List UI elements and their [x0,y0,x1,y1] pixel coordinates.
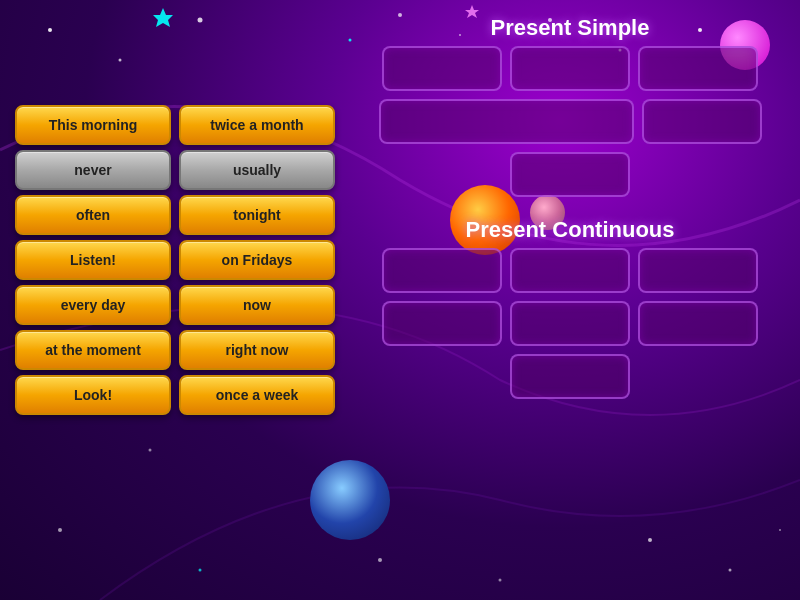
main-content: This morning twice a month never usually… [0,0,800,600]
present-continuous-section: Present Continuous [355,217,785,399]
btn-right-now[interactable]: right now [179,330,335,370]
pc-box-1[interactable] [382,248,502,293]
word-buttons-panel: This morning twice a month never usually… [15,15,335,585]
btn-every-day[interactable]: every day [15,285,171,325]
button-row-7: Look! once a week [15,375,335,415]
pc-box-3[interactable] [638,248,758,293]
ps-box-2[interactable] [510,46,630,91]
ps-row-2 [379,99,762,144]
btn-often[interactable]: often [15,195,171,235]
btn-once-a-week[interactable]: once a week [179,375,335,415]
present-continuous-grid [355,248,785,399]
btn-tonight[interactable]: tonight [179,195,335,235]
pc-row-3 [510,354,630,399]
ps-box-3[interactable] [638,46,758,91]
ps-box-1[interactable] [382,46,502,91]
btn-on-fridays[interactable]: on Fridays [179,240,335,280]
pc-box-5[interactable] [510,301,630,346]
present-simple-title: Present Simple [355,15,785,41]
pc-box-6[interactable] [638,301,758,346]
button-row-4: Listen! on Fridays [15,240,335,280]
btn-this-morning[interactable]: This morning [15,105,171,145]
pc-row-1 [382,248,758,293]
btn-now[interactable]: now [179,285,335,325]
btn-usually[interactable]: usually [179,150,335,190]
button-row-2: never usually [15,150,335,190]
button-row-3: often tonight [15,195,335,235]
btn-look[interactable]: Look! [15,375,171,415]
ps-box-4[interactable] [642,99,762,144]
ps-row-3 [510,152,630,197]
ps-box-wide[interactable] [379,99,634,144]
pc-box-4[interactable] [382,301,502,346]
button-row-1: This morning twice a month [15,105,335,145]
ps-row-1 [382,46,758,91]
right-panel: Present Simple P [355,15,785,585]
ps-box-center[interactable] [510,152,630,197]
btn-at-the-moment[interactable]: at the moment [15,330,171,370]
present-simple-grid [355,46,785,197]
pc-row-2 [382,301,758,346]
button-row-5: every day now [15,285,335,325]
present-continuous-title: Present Continuous [355,217,785,243]
btn-twice-a-month[interactable]: twice a month [179,105,335,145]
btn-listen[interactable]: Listen! [15,240,171,280]
pc-box-center[interactable] [510,354,630,399]
btn-never[interactable]: never [15,150,171,190]
pc-box-2[interactable] [510,248,630,293]
button-row-6: at the moment right now [15,330,335,370]
present-simple-section: Present Simple [355,15,785,197]
